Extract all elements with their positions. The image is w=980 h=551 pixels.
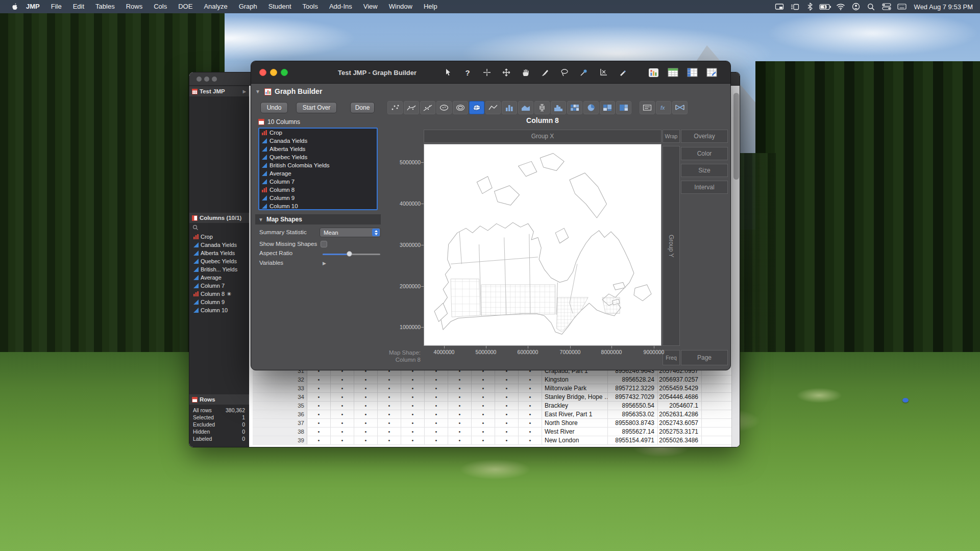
overlay-dropzone[interactable]: Overlay xyxy=(681,130,728,143)
menu-item-doe[interactable]: DOE xyxy=(173,0,198,13)
menu-item-cols[interactable]: Cols xyxy=(148,0,173,13)
screen-mirroring-icon[interactable] xyxy=(773,2,786,12)
apple-menu[interactable] xyxy=(8,2,20,12)
wifi-icon[interactable] xyxy=(835,2,847,12)
table-panel-header[interactable]: Test JMP ▶ xyxy=(189,86,249,96)
menu-item-help[interactable]: Help xyxy=(418,0,443,13)
parallel-icon[interactable] xyxy=(672,101,688,114)
wrap-dropzone[interactable]: Wrap xyxy=(663,130,680,143)
variable-column-10[interactable]: Column 10 xyxy=(259,202,377,210)
zoom-button[interactable] xyxy=(281,69,288,76)
menu-item-view[interactable]: View xyxy=(358,0,383,13)
user-icon[interactable] xyxy=(850,2,862,12)
spotlight-icon[interactable] xyxy=(865,2,877,12)
group-x-dropzone[interactable]: Group X xyxy=(424,130,662,143)
menu-item-student[interactable]: Student xyxy=(263,0,297,13)
control-center-icon[interactable] xyxy=(880,2,893,12)
aspect-ratio-slider-thumb[interactable] xyxy=(347,251,352,257)
variable-column-9[interactable]: Column 9 xyxy=(259,194,377,202)
sidebar-column-10[interactable]: Column 10 xyxy=(189,306,249,314)
box-plot-icon[interactable] xyxy=(534,101,550,114)
zoom-button-inactive[interactable] xyxy=(212,77,217,82)
help-tool-icon[interactable]: ? xyxy=(458,65,477,80)
line-of-fit-icon[interactable] xyxy=(420,101,435,114)
variables-disclosure-icon[interactable]: ▶ xyxy=(323,261,326,266)
menu-item-graph[interactable]: Graph xyxy=(233,0,263,13)
sidebar-column-9[interactable]: Column 9 xyxy=(189,298,249,306)
summary-statistic-popup[interactable]: Mean xyxy=(320,228,381,237)
points-icon[interactable] xyxy=(387,101,403,114)
menu-item-file[interactable]: File xyxy=(45,0,67,13)
sidebar-column-quebec-yields[interactable]: Quebec Yields xyxy=(189,257,249,265)
sidebar-column-canada-yields[interactable]: Canada Yields xyxy=(189,241,249,249)
menu-item-addins[interactable]: Add-Ins xyxy=(324,0,358,13)
variable-column-7[interactable]: Column 7 xyxy=(259,178,377,186)
pie-icon[interactable] xyxy=(583,101,599,114)
variable-alberta-yields[interactable]: Alberta Yields xyxy=(259,145,377,153)
panel-disclosure-icon[interactable]: ▶ xyxy=(243,89,246,94)
green-table-icon[interactable] xyxy=(664,65,682,80)
sidebar-column-8[interactable]: Column 8✳ xyxy=(189,290,249,298)
variable-listbox[interactable]: Crop Canada Yields Alberta Yields Quebec… xyxy=(258,128,378,210)
menu-item-analyze[interactable]: Analyze xyxy=(198,0,233,13)
histogram-icon[interactable] xyxy=(551,101,566,114)
move-tool-icon[interactable] xyxy=(497,65,516,80)
table-tools-icon[interactable] xyxy=(702,65,721,80)
stage-manager-icon[interactable] xyxy=(789,2,801,12)
area-icon[interactable] xyxy=(518,101,533,114)
mosaic-icon[interactable] xyxy=(600,101,615,114)
menu-item-tables[interactable]: Tables xyxy=(90,0,120,13)
blue-table-icon[interactable] xyxy=(683,65,701,80)
map-shapes-section-header[interactable]: ▼ Map Shapes xyxy=(255,214,381,224)
sidebar-column-7[interactable]: Column 7 xyxy=(189,282,249,290)
color-dropzone[interactable]: Color xyxy=(681,147,728,160)
minimize-button[interactable] xyxy=(270,69,277,76)
page-dropzone[interactable]: Page xyxy=(681,350,728,365)
menu-item-tools[interactable]: Tools xyxy=(297,0,324,13)
close-button[interactable] xyxy=(259,69,266,76)
bluetooth-icon[interactable] xyxy=(804,2,816,12)
line-icon[interactable] xyxy=(485,101,501,114)
close-button-inactive[interactable] xyxy=(197,77,202,82)
disclosure-icon[interactable]: ▼ xyxy=(258,217,263,222)
sidebar-column-crop[interactable]: Crop xyxy=(189,233,249,241)
table-row[interactable]: 32 •••••••••• Kingston 8956528.24 205693… xyxy=(253,375,731,384)
lasso-tool-icon[interactable] xyxy=(555,65,574,80)
table-row[interactable]: 38 •••••••••• West River 8955627.14 2052… xyxy=(253,428,731,436)
battery-icon[interactable] xyxy=(819,2,831,12)
menu-item-jmp[interactable]: JMP xyxy=(20,0,45,13)
formula-icon[interactable]: fx xyxy=(656,101,671,114)
disclosure-icon[interactable]: ▼ xyxy=(255,89,260,94)
axes-tool-icon[interactable] xyxy=(594,65,612,80)
variable-bc-yields[interactable]: British Colombia Yields xyxy=(259,161,377,169)
table-row[interactable]: 33 •••••••••• Miltonvale Park 8957212.32… xyxy=(253,384,731,393)
crosshair-tool-icon[interactable] xyxy=(478,65,496,80)
table-row[interactable]: 37 •••••••••• North Shore 8955803.8743 2… xyxy=(253,419,731,428)
columns-panel-header[interactable]: Columns (10/1) xyxy=(189,213,249,223)
table-row[interactable]: 39 •••••••••• New London 8955154.4971 20… xyxy=(253,436,731,445)
pen-tool-icon[interactable] xyxy=(614,65,632,80)
variable-column-8[interactable]: Column 8 xyxy=(259,186,377,194)
rows-panel-header[interactable]: Rows xyxy=(189,394,249,405)
ellipse-icon[interactable] xyxy=(436,101,452,114)
variable-quebec-yields[interactable]: Quebec Yields xyxy=(259,153,377,161)
group-y-dropzone[interactable]: Group Y xyxy=(663,146,680,346)
sidebar-column-average[interactable]: Average xyxy=(189,273,249,282)
keyboard-icon[interactable] xyxy=(896,2,908,12)
menu-item-rows[interactable]: Rows xyxy=(120,0,149,13)
plot-area[interactable] xyxy=(424,144,662,346)
interval-dropzone[interactable]: Interval xyxy=(681,181,728,194)
table-row[interactable]: 35 •••••••••• Brackley 8956550.54 205460… xyxy=(253,402,731,410)
sidebar-column-bc-yields[interactable]: British... Yields xyxy=(189,265,249,273)
menu-item-window[interactable]: Window xyxy=(383,0,418,13)
variable-crop[interactable]: Crop xyxy=(259,129,377,137)
map-shapes-icon[interactable] xyxy=(469,101,484,114)
minimize-button-inactive[interactable] xyxy=(204,77,209,82)
show-missing-shapes-checkbox[interactable] xyxy=(321,241,327,247)
eyedropper-tool-icon[interactable] xyxy=(575,65,593,80)
heatmap-icon[interactable] xyxy=(567,101,582,114)
variable-average[interactable]: Average xyxy=(259,169,377,178)
columns-search[interactable] xyxy=(189,223,249,232)
contour-icon[interactable] xyxy=(453,101,468,114)
start-over-button[interactable]: Start Over xyxy=(296,102,337,113)
